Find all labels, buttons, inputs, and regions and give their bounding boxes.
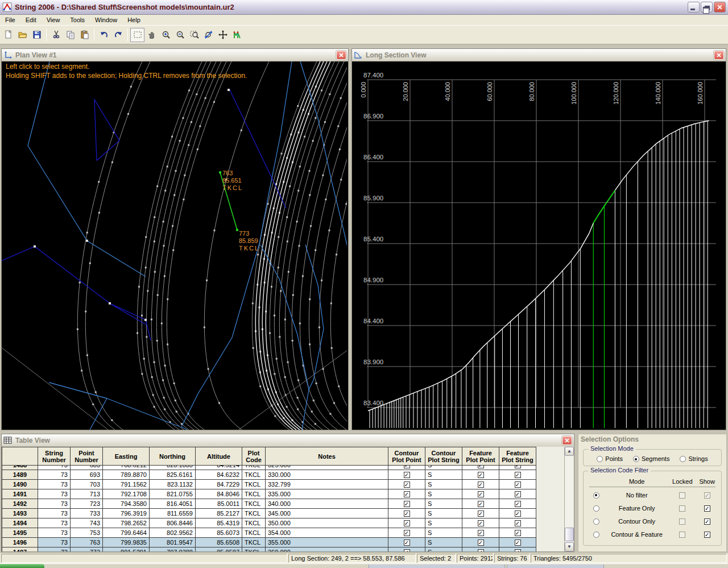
checkbox[interactable]: ✓	[404, 540, 410, 546]
checkbox-cell[interactable]: ✓	[462, 489, 499, 499]
table-row[interactable]: 149173713792.1708821.075584.8046TKCL335.…	[2, 489, 536, 499]
checkbox-cell[interactable]: ✓	[499, 509, 536, 518]
long-section-close-button[interactable]: ✕	[714, 51, 724, 60]
plan-view-close-button[interactable]: ✕	[336, 51, 346, 60]
checkbox-cell[interactable]: ✓	[499, 528, 536, 538]
checkbox-cell[interactable]: ✓	[388, 528, 425, 538]
radio-button[interactable]	[633, 456, 639, 462]
column-header[interactable]: Point Number	[71, 447, 103, 466]
checkbox-cell[interactable]: ✓	[499, 489, 536, 499]
table-scrollbar[interactable]: ▲ ▼	[564, 447, 574, 551]
toolbar-button-zoom-extents[interactable]	[201, 28, 216, 42]
column-header[interactable]: Altitude	[196, 447, 242, 466]
plan-view-canvas[interactable]: 76385.651TKCL77385.859TKCLLeft click to …	[2, 61, 347, 430]
table-view-header[interactable]: Table View ✕	[2, 434, 574, 447]
taskbar-button[interactable]	[369, 565, 505, 568]
menu-window[interactable]: Window	[90, 15, 122, 24]
restore-button[interactable]	[701, 2, 713, 13]
toolbar-button-zoom-window[interactable]	[187, 28, 201, 42]
table-row[interactable]: 148873683788.6212828.183384.5214TKCL325.…	[2, 466, 536, 470]
checkbox[interactable]: ✓	[478, 466, 484, 468]
column-header[interactable]: Notes	[266, 447, 388, 466]
table-row[interactable]: 149073703791.1562823.113284.7229TKCL332.…	[2, 480, 536, 489]
mode-option-points[interactable]: Points	[597, 455, 623, 462]
checkbox-cell[interactable]: ✓	[499, 470, 536, 480]
filter-radio[interactable]	[593, 492, 599, 499]
mode-option-strings[interactable]: Strings	[680, 455, 708, 462]
taskbar-button[interactable]	[507, 565, 604, 568]
checkbox[interactable]: ✓	[515, 530, 521, 536]
toolbar-button-cut[interactable]	[49, 28, 63, 42]
table-row[interactable]: 149473743798.2652806.844685.4319TKCL350.…	[2, 518, 536, 528]
filter-radio[interactable]	[593, 532, 599, 538]
title-bar[interactable]: String 2006 - D:\Shared Stuff\Screenshot…	[0, 0, 728, 15]
filter-radio[interactable]	[593, 518, 599, 525]
checkbox[interactable]: ✓	[515, 501, 521, 507]
checkbox-cell[interactable]: ✓	[462, 470, 499, 480]
checkbox-cell[interactable]: ✓	[499, 518, 536, 528]
close-button[interactable]: ✕	[714, 2, 726, 13]
menu-help[interactable]: Help	[122, 15, 146, 24]
checkbox-cell[interactable]: ✓	[388, 489, 425, 499]
locked-checkbox[interactable]	[679, 518, 685, 525]
checkbox[interactable]: ✓	[404, 466, 410, 468]
show-checkbox[interactable]: ✓	[704, 505, 710, 512]
toolbar-button-open-file[interactable]	[15, 28, 30, 42]
toolbar-button-new-file[interactable]	[1, 28, 15, 42]
checkbox[interactable]: ✓	[478, 540, 484, 546]
checkbox-cell[interactable]: ✓	[388, 538, 425, 548]
radio-button[interactable]	[680, 456, 686, 462]
toolbar-button-save[interactable]	[30, 28, 44, 42]
checkbox[interactable]: ✓	[404, 549, 410, 551]
table-body[interactable]: 148873683788.6212828.183384.5214TKCL325.…	[2, 466, 536, 551]
checkbox-cell[interactable]: ✓	[388, 466, 425, 470]
checkbox[interactable]: ✓	[404, 491, 410, 497]
toolbar-button-undo[interactable]	[97, 28, 111, 42]
checkbox[interactable]: ✓	[478, 501, 484, 507]
checkbox[interactable]: ✓	[478, 511, 484, 517]
table-row[interactable]: 149773773801.5291797.038885.8587TKCL360.…	[2, 548, 536, 552]
table-row[interactable]: 149373733796.3919811.655985.2127TKCL345.…	[2, 509, 536, 518]
radio-button[interactable]	[597, 456, 603, 462]
checkbox[interactable]: ✓	[478, 491, 484, 497]
column-header[interactable]: Contour Plot String	[425, 447, 462, 466]
toolbar-button-pan-hand[interactable]	[144, 28, 159, 42]
filter-radio[interactable]	[593, 505, 599, 512]
checkbox-cell[interactable]: ✓	[462, 528, 499, 538]
table-view-close-button[interactable]: ✕	[562, 436, 572, 445]
checkbox-cell[interactable]: ✓	[388, 480, 425, 489]
checkbox[interactable]: ✓	[515, 540, 521, 546]
checkbox[interactable]: ✓	[515, 472, 521, 478]
table-row[interactable]: 149273723794.3580816.405185.0011TKCL340.…	[2, 499, 536, 509]
checkbox[interactable]: ✓	[404, 472, 410, 478]
toolbar-button-zoom-out[interactable]	[173, 28, 187, 42]
column-header[interactable]: Feature Plot Point	[462, 447, 499, 466]
locked-checkbox[interactable]	[679, 492, 685, 499]
column-header[interactable]	[2, 447, 38, 466]
scroll-up-button[interactable]: ▲	[565, 447, 574, 456]
checkbox[interactable]: ✓	[515, 491, 521, 497]
show-checkbox[interactable]: ✓	[704, 518, 710, 525]
checkbox-cell[interactable]: ✓	[462, 518, 499, 528]
column-header[interactable]: String Number	[38, 447, 71, 466]
checkbox[interactable]: ✓	[404, 501, 410, 507]
long-section-header[interactable]: Long Section View ✕	[352, 49, 726, 61]
checkbox[interactable]: ✓	[404, 520, 410, 526]
checkbox[interactable]: ✓	[478, 549, 484, 551]
checkbox-cell[interactable]: ✓	[499, 548, 536, 552]
toolbar-button-copy[interactable]	[63, 28, 77, 42]
plan-view-header[interactable]: Plan View #1 ✕	[2, 49, 348, 61]
checkbox-cell[interactable]: ✓	[388, 548, 425, 552]
menu-tools[interactable]: Tools	[65, 15, 90, 24]
checkbox[interactable]: ✓	[515, 520, 521, 526]
toolbar-button-select-rectangle[interactable]	[130, 28, 144, 42]
long-section-canvas[interactable]: 87.40086.90086.40085.90085.40084.90084.4…	[352, 61, 725, 430]
mode-option-segments[interactable]: Segments	[633, 455, 670, 462]
toolbar-button-zoom-in[interactable]	[159, 28, 173, 42]
scroll-thumb[interactable]	[565, 528, 574, 541]
toolbar-button-redo[interactable]	[111, 28, 125, 42]
show-checkbox[interactable]: ✓	[704, 532, 710, 538]
column-header[interactable]: Contour Plot Point	[388, 447, 425, 466]
column-header[interactable]: Easting	[103, 447, 150, 466]
checkbox-cell[interactable]: ✓	[462, 509, 499, 518]
